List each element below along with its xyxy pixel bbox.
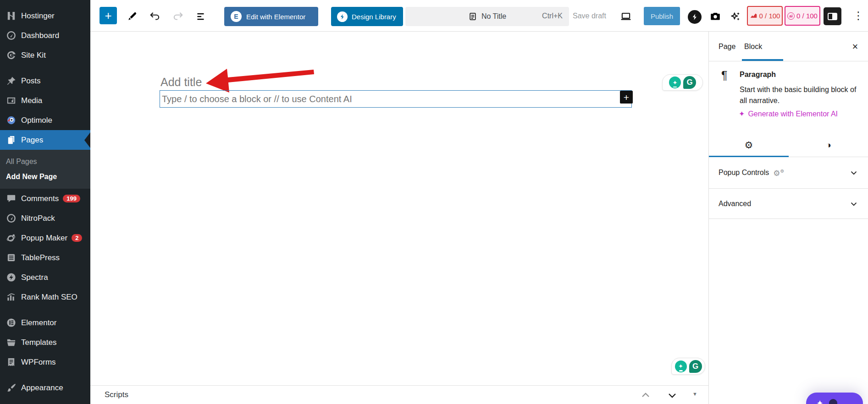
sidebar-item-label: Dashboard [21,31,59,40]
dashboard-icon [5,30,17,42]
pages-icon [5,134,17,146]
scripts-move-down-button[interactable] [665,388,679,402]
sidebar-item-wpforms[interactable]: WPForms [0,352,90,372]
tab-page[interactable]: Page [719,32,735,61]
post-title-placeholder[interactable]: Add title [160,76,202,89]
design-library-button[interactable]: Design Library [331,7,403,26]
screenshot-button[interactable] [707,8,724,25]
sparkle-icon: ✦ [816,398,824,404]
sidebar-item-site-kit[interactable]: Site Kit [0,45,90,65]
rank-math-score-badge[interactable]: 0 / 100 [747,6,783,26]
sidebar-item-label: Spectra [21,273,48,282]
document-overview-button[interactable] [193,8,209,25]
hostinger-icon [5,10,17,22]
paragraph-block-placeholder[interactable]: Type / to choose a block or // to use Co… [160,90,632,108]
sidebar-item-label: Popup Maker [21,234,67,243]
pencil-icon [126,11,138,22]
save-draft-button[interactable]: Save draft [573,0,606,32]
rank-math-score: 0 / 100 [759,12,780,20]
undo-button[interactable] [147,8,163,25]
tablepress-icon [5,252,17,264]
paragraph-block-icon: ¶ [721,69,727,82]
chevron-down-icon [667,390,678,401]
sidebar-item-pages[interactable]: Pages [0,130,90,150]
sidebar-item-popup-maker[interactable]: Popup Maker 2 [0,228,90,248]
sidebar-item-label: Hostinger [21,11,55,21]
scripts-expand-caret[interactable]: ▼ [692,391,697,397]
grammarly-g-icon: G [689,360,702,373]
popup-controls-panel-header[interactable]: Popup Controls ⚙⚙ [709,157,868,189]
tab-block[interactable]: Block [744,32,762,61]
sidebar-item-templates[interactable]: Templates [0,333,90,352]
tools-pencil-button[interactable] [124,8,140,25]
list-view-icon [195,11,207,22]
command-shortcut: Ctrl+K [542,12,563,20]
sidebar-item-optimole[interactable]: Optimole [0,110,90,130]
sidebar-item-label: Optimole [21,116,52,125]
block-info-card: ¶ Paragraph Start with the basic buildin… [709,61,868,133]
preview-button[interactable] [618,8,634,25]
scripts-move-up-button[interactable] [639,388,652,402]
block-append-button[interactable]: + [620,91,633,104]
generate-with-elementor-ai-link[interactable]: ✦ Generate with Elementor AI [739,109,838,118]
sidebar-item-label: Media [21,96,42,105]
settings-styles-tabs: ⚙ ◑ [709,133,868,157]
posts-icon [5,75,17,87]
sidebar-item-nitropack[interactable]: NitroPack [0,208,90,228]
sidebar-item-media[interactable]: Media [0,91,90,110]
redo-icon [172,11,184,22]
rank-math-icon [5,291,17,303]
settings-sidebar-toggle[interactable] [824,7,841,25]
sidebar-item-elementor[interactable]: Elementor [0,313,90,333]
close-sidebar-button[interactable]: × [848,39,862,54]
document-icon [468,12,477,21]
ai-sparkle-icon: ✦ [739,109,745,118]
sidebar-item-label: Pages [21,136,43,145]
tab-settings-gear[interactable]: ⚙ [709,133,789,157]
sidebar-item-tablepress[interactable]: TablePress [0,248,90,268]
inspector-tabs: Page Block × [709,32,868,61]
content-ai-score-badge[interactable]: ai 0 / 100 [785,6,820,26]
block-inserter-button[interactable]: + [100,7,117,24]
media-icon [5,95,17,107]
popup-maker-count-badge: 2 [72,234,82,242]
spectra-toolbar-button[interactable] [688,10,702,24]
sidebar-item-label: Posts [21,76,41,86]
floating-ai-button[interactable]: ✦ [806,393,863,404]
sidebar-item-label: Comments [21,194,59,203]
panel-title: Advanced [719,200,751,208]
ai-assistant-button[interactable] [727,8,744,25]
grammarly-widget-bottom[interactable]: ✦ G [671,358,705,375]
sitekit-icon [5,49,17,61]
sidebar-item-rank-math[interactable]: Rank Math SEO [0,287,90,307]
submenu-item-all-pages[interactable]: All Pages [0,154,90,169]
content-ai-score: 0 / 100 [796,12,818,20]
sidebar-item-label: Site Kit [21,51,46,60]
edit-with-elementor-button[interactable]: E Edit with Elementor [224,7,318,26]
sidebar-item-posts[interactable]: Posts [0,71,90,91]
sidebar-item-appearance[interactable]: Appearance [0,378,90,398]
laptop-icon [620,11,632,22]
wpforms-icon [5,356,17,368]
grammarly-widget-top[interactable]: ✦ G [662,74,703,91]
sidebar-columns-icon [828,13,837,20]
spectra-bolt-icon [691,13,699,21]
editor-toolbar: + E Edit with Elementor Design Library N… [90,0,868,32]
appearance-icon [5,382,17,394]
tab-styles-halfmoon[interactable]: ◑ [789,133,868,157]
rank-math-chart-icon [750,12,757,20]
sidebar-item-spectra[interactable]: Spectra [0,268,90,287]
sidebar-item-comments[interactable]: Comments 199 [0,189,90,208]
sparkles-icon [730,11,741,22]
pages-submenu: All Pages Add New Page [0,150,90,189]
sidebar-item-hostinger[interactable]: Hostinger [0,6,90,26]
options-menu-button[interactable]: ⋮ [850,7,867,24]
advanced-panel-header[interactable]: Advanced [709,189,868,219]
submenu-item-add-new-page[interactable]: Add New Page [0,169,90,184]
publish-button[interactable]: Publish [644,7,680,25]
command-bar[interactable]: No Title Ctrl+K [405,7,569,26]
redo-button[interactable] [170,8,186,25]
wp-admin-sidebar: Hostinger Dashboard Site Kit Posts Media… [0,0,90,404]
sidebar-item-dashboard[interactable]: Dashboard [0,26,90,45]
grammarly-suggestion-icon: ✦ [669,76,681,88]
